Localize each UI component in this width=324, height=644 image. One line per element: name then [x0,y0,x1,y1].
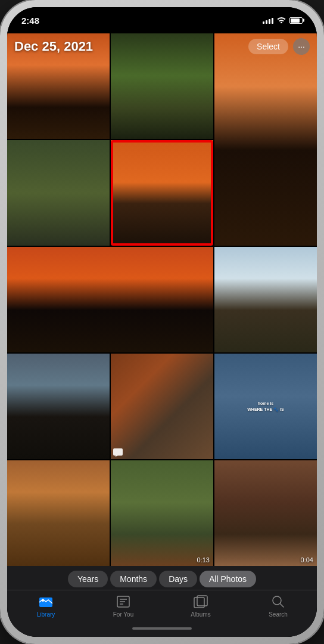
photo-cell[interactable] [214,247,317,352]
photo-cell[interactable] [7,460,110,566]
photo-header: Dec 25, 2021 Select ··· [7,33,317,60]
header-actions: Select ··· [248,38,310,55]
status-time: 2:48 [21,16,39,26]
search-icon [270,594,286,609]
tab-albums[interactable]: Albums [162,594,239,618]
tab-foryou-label: For You [113,611,133,618]
photo-cell[interactable] [111,354,213,459]
svg-point-9 [273,596,281,605]
photo-cell[interactable] [214,33,317,246]
photo-cell[interactable] [7,354,110,459]
tab-all-photos[interactable]: All Photos [200,571,256,587]
status-bar: 2:48 [7,7,317,33]
photo-area: Dec 25, 2021 Select ··· [7,33,317,566]
foryou-icon [116,594,131,609]
video-duration: 0:04 [301,556,313,564]
phone-device: 2:48 [0,0,324,644]
tab-for-you[interactable]: For You [85,594,162,618]
photo-grid: home isWHERE THE 🐾 IS 0:13 0:04 [7,33,317,566]
svg-point-2 [42,599,44,602]
video-duration: 0:13 [197,556,210,564]
photo-cell-highlighted[interactable] [111,140,213,246]
tab-search[interactable]: Search [239,594,317,618]
svg-line-10 [281,604,284,608]
library-icon [38,594,54,609]
battery-icon [289,17,303,24]
albums-icon [193,594,208,609]
photo-cell[interactable] [7,140,110,246]
tab-days[interactable]: Days [159,571,197,587]
home-bar [132,627,192,630]
tab-years[interactable]: Years [68,571,108,587]
speech-bubble-icon [113,448,123,457]
wifi-icon [277,16,286,25]
photo-date: Dec 25, 2021 [14,39,93,54]
phone-screen: 2:48 [7,7,317,637]
select-button[interactable]: Select [248,39,288,54]
tab-search-label: Search [269,611,288,618]
more-button[interactable]: ··· [293,38,310,55]
tab-library-label: Library [37,611,55,618]
photo-cell[interactable]: home isWHERE THE 🐾 IS [214,354,317,459]
signal-icon [263,17,273,24]
tab-bar: Library For You [7,590,317,623]
tab-albums-label: Albums [191,611,210,618]
time-tabs: Years Months Days All Photos [7,566,317,590]
photo-cell[interactable] [7,247,213,352]
home-indicator [7,623,317,634]
status-icons [263,16,303,25]
tab-library[interactable]: Library [7,594,85,618]
tab-section: Years Months Days All Photos [7,566,317,637]
photo-cell-video[interactable]: 0:13 [111,460,213,566]
photo-cell-video[interactable]: 0:04 [214,460,317,566]
red-highlight-border [111,140,213,246]
tab-months[interactable]: Months [110,571,157,587]
notch [126,7,198,24]
screen: 2:48 [7,7,317,637]
